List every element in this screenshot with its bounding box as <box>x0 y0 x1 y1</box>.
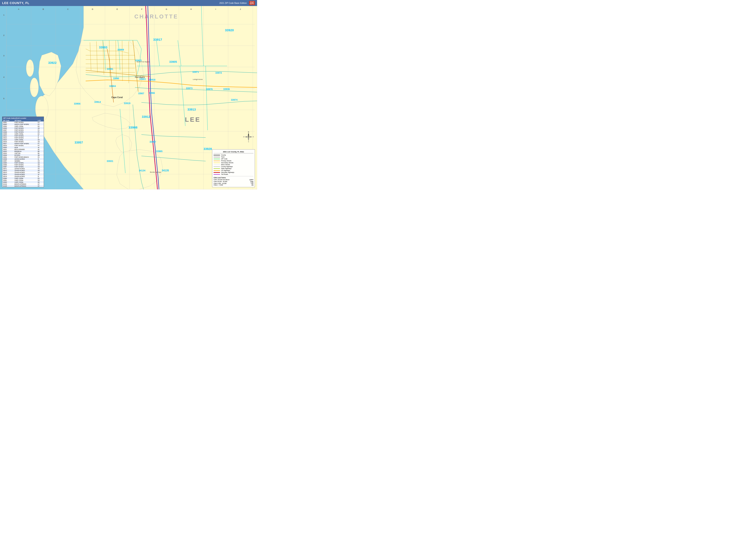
svg-text:33936: 33936 <box>223 88 230 90</box>
table-row: 33909CAPE CORALE2 <box>2 133 44 135</box>
page-header: LEE COUNTY, FL 2021 ZIP Code Basic Editi… <box>0 0 257 6</box>
svg-marker-103 <box>248 138 249 141</box>
legend-county-hwy-label: County Highways <box>221 166 233 167</box>
svg-text:33914: 33914 <box>94 101 101 103</box>
svg-text:33965: 33965 <box>156 150 163 152</box>
col-name: ZIP Name <box>14 120 37 121</box>
zip-index-legend: ZIP Code Index/Grid Locator ZIP Code ZIP… <box>2 117 44 187</box>
svg-text:34134: 34134 <box>139 169 145 172</box>
svg-text:33913: 33913 <box>187 108 196 111</box>
svg-text:Bonita Springs: Bonita Springs <box>150 171 161 173</box>
svg-text:33957: 33957 <box>75 141 83 144</box>
svg-text:Fort Myers: Fort Myers <box>135 76 145 78</box>
svg-text:A: A <box>18 8 20 10</box>
svg-marker-104 <box>244 136 248 138</box>
svg-text:33920: 33920 <box>225 28 234 32</box>
table-row: 33907FORT MYERSF4 <box>2 129 44 131</box>
table-row: 33924CAPTIVAB4 <box>2 152 44 154</box>
svg-text:E: E <box>253 136 254 138</box>
legend-minor-label: Minor Streets <box>221 164 230 166</box>
svg-text:W: W <box>243 136 244 138</box>
svg-text:North Fort Myers: North Fort Myers <box>137 61 149 63</box>
table-row: 33905FORT MYERSH3 <box>2 127 44 129</box>
table-row: 33912FORT MYERSI4 <box>2 135 44 137</box>
header-right: 2021 ZIP Code Basic Edition target MAPS <box>220 1 255 5</box>
svg-text:Cape Coral: Cape Coral <box>111 96 123 98</box>
svg-text:34135: 34135 <box>162 169 169 172</box>
table-row: 33928ESTEROH6 <box>2 154 44 156</box>
svg-text:4: 4 <box>3 76 4 78</box>
col-loc: LOC <box>37 120 44 121</box>
svg-text:3: 3 <box>3 55 4 57</box>
svg-text:33931: 33931 <box>107 160 113 163</box>
svg-marker-4 <box>38 52 61 96</box>
svg-text:33967: 33967 <box>149 141 156 143</box>
svg-marker-5 <box>92 113 131 129</box>
svg-text:33922: 33922 <box>48 61 57 64</box>
svg-text:S: S <box>248 141 249 142</box>
table-row: 33903NORTH FORT MYERSF2 <box>2 123 44 125</box>
legend-interstate-label: Interstate Highways <box>221 172 234 173</box>
svg-text:Lehigh Acres: Lehigh Acres <box>193 79 203 80</box>
county-title: LEE COUNTY, FL <box>2 1 30 5</box>
table-row: 33922BOKEELIAB3 <box>2 150 44 152</box>
legend-zip-label: ZIP Code <box>221 158 227 159</box>
svg-text:33973: 33973 <box>186 87 193 90</box>
svg-text:33916: 33916 <box>149 79 155 81</box>
legend-us-hwy-label: US Highways <box>221 170 230 171</box>
svg-text:J: J <box>240 8 241 10</box>
brand-logo: target MAPS <box>249 1 255 5</box>
svg-text:33966: 33966 <box>149 92 155 94</box>
svg-text:1: 1 <box>3 14 4 16</box>
svg-text:33901: 33901 <box>139 78 146 80</box>
table-row: 33914CAPE CORALD4 <box>2 139 44 141</box>
table-row: 33931FORT MYERS BEACHF6 <box>2 156 44 158</box>
table-row: 33901FORT MYERSF3 <box>2 121 44 123</box>
edition-label: 2021 ZIP Code Basic Edition <box>220 2 247 4</box>
city-style-50k: City <box>251 181 254 183</box>
legend-state-hwy: State Highways <box>213 168 254 169</box>
city-style-100k: CITY <box>250 179 254 181</box>
svg-text:2: 2 <box>3 34 4 36</box>
svg-text:33907: 33907 <box>138 92 144 95</box>
svg-text:33912: 33912 <box>142 115 150 118</box>
zip-index-table: ZIP Code ZIP Name LOC 33901FORT MYERSF33… <box>2 120 44 187</box>
legend-toll: Toll Roads <box>213 174 254 175</box>
svg-text:I: I <box>215 8 216 10</box>
table-row: 33908FORT MYERSF5 <box>2 131 44 133</box>
legend-county-label: County <box>221 154 226 156</box>
table-row: 33936LEHIGH ACRESI4 <box>2 158 44 160</box>
table-row: 33919FORT MYERSF4 <box>2 145 44 147</box>
svg-text:33903: 33903 <box>135 59 142 62</box>
svg-text:33904: 33904 <box>109 85 116 87</box>
city-size-9k: Cities 9,000 - 49,999 <box>213 183 227 184</box>
svg-text:33991: 33991 <box>107 68 113 70</box>
legend-index-header: ZIP Code Index/Grid Locator <box>2 117 44 120</box>
zip-table-body: 33901FORT MYERSF333903NORTH FORT MYERSF2… <box>2 121 44 187</box>
svg-marker-105 <box>250 136 253 138</box>
table-row: 33972LEHIGH ACRESH3 <box>2 170 44 172</box>
table-row: 33966FORT MYERSG5 <box>2 164 44 166</box>
svg-text:33917: 33917 <box>153 38 162 41</box>
legend-county: County <box>213 154 254 156</box>
table-row: 33904CAPE CORALE4 <box>2 125 44 127</box>
svg-text:CHARLOTTE: CHARLOTTE <box>134 13 178 20</box>
svg-text:33972: 33972 <box>215 71 222 74</box>
svg-marker-10 <box>117 149 163 189</box>
city-size-100k: Cities 100,000 and Above <box>213 179 229 181</box>
city-size-1: Cities 1 - 9,999 <box>213 184 223 186</box>
compass-rose: N S W E <box>243 131 254 142</box>
legend-secondary-label: Secondary Streets <box>221 162 233 164</box>
svg-text:LEE: LEE <box>185 116 201 123</box>
svg-text:33993: 33993 <box>99 46 107 49</box>
svg-marker-102 <box>248 133 249 136</box>
city-style-1: city <box>251 184 254 186</box>
svg-text:33908: 33908 <box>128 125 138 129</box>
table-row: 33990CAPE CORALE3 <box>2 177 44 179</box>
svg-text:5: 5 <box>3 97 4 99</box>
map-container: A B C D E F G H I J 1 2 3 4 5 6 7 8 CHAR… <box>0 6 257 189</box>
svg-point-8 <box>26 60 34 77</box>
map-legend: 2021 Lee County, FL Atlas County Town ZI… <box>212 149 255 187</box>
table-row: 34135BONITA SPRINGSH7 <box>2 185 44 187</box>
table-row: 33974LEHIGH ACRESJ4 <box>2 174 44 175</box>
